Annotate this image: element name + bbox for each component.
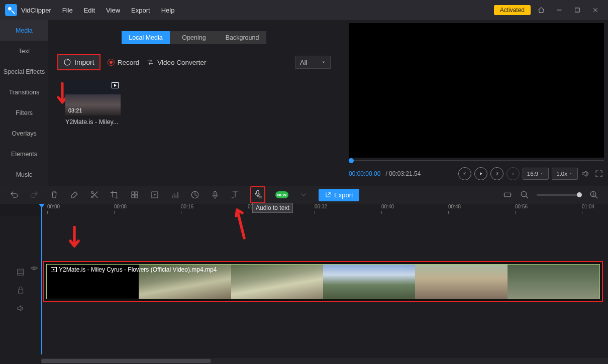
text-to-speech-icon[interactable] (230, 190, 240, 200)
timeline-clip[interactable]: Y2Mate.is - Miley Cyrus - Flowers (Offic… (43, 261, 603, 302)
sidebar-item-overlays[interactable]: Overlays (0, 123, 48, 144)
zoom-out-icon[interactable] (520, 190, 530, 200)
crop-icon[interactable] (110, 190, 120, 200)
chevron-down-icon (569, 172, 573, 176)
menu-help[interactable]: Help (156, 5, 180, 16)
aspect-ratio-select[interactable]: 16:9 (523, 168, 549, 180)
svg-rect-6 (135, 192, 138, 194)
app-name: VidClipper (21, 7, 51, 14)
menu-edit[interactable]: Edit (79, 5, 100, 16)
converter-label: Video Converter (157, 59, 206, 66)
fullscreen-icon[interactable] (594, 169, 604, 179)
new-badge: NEW (275, 191, 288, 198)
preview-panel: 00:00:00.00 / 00:03:21.54 16:9 1.0x (340, 20, 608, 186)
clip-frame (508, 265, 599, 299)
sidebar-item-media[interactable]: Media (0, 20, 48, 41)
playhead[interactable] (41, 204, 42, 354)
undo-icon[interactable] (9, 190, 19, 200)
record-button[interactable]: Record (108, 59, 140, 66)
clip-duration: 03:21 (68, 107, 82, 113)
fit-zoom-icon[interactable] (502, 190, 513, 200)
speed-icon[interactable] (190, 190, 200, 200)
timeline-toolbar: NEW Export Audio to text (0, 186, 608, 204)
sidebar-item-transitions[interactable]: Transitions (0, 82, 48, 102)
play-button[interactable] (474, 167, 487, 180)
speaker-icon[interactable] (16, 304, 25, 313)
export-label: Export (334, 191, 353, 199)
stop-button[interactable] (506, 167, 520, 180)
import-button[interactable]: Import (57, 54, 100, 70)
annotation-arrow-3-icon (234, 206, 246, 243)
mic-icon[interactable] (210, 190, 220, 200)
export-button[interactable]: Export (319, 189, 359, 201)
chevron-down-icon (321, 60, 326, 65)
sidebar-item-elements[interactable]: Elements (0, 144, 48, 164)
total-time: 00:03:21.54 (389, 170, 421, 177)
tab-local-media[interactable]: Local Media (122, 31, 170, 44)
import-label: Import (74, 58, 94, 66)
prev-frame-button[interactable] (458, 167, 471, 180)
menu-export[interactable]: Export (126, 5, 155, 16)
freeze-frame-icon[interactable] (150, 190, 160, 200)
ruler-tick: 00:56 (515, 204, 528, 209)
tooltip-audio-to-text: Audio to text (252, 203, 293, 213)
minimize-icon[interactable] (552, 3, 567, 18)
preview-controls: 00:00:00.00 / 00:03:21.54 16:9 1.0x (349, 164, 604, 184)
zoom-slider[interactable] (537, 194, 582, 196)
svg-rect-13 (504, 193, 511, 197)
ruler-tick: 00:32 (315, 204, 327, 209)
audio-to-text-button[interactable] (250, 186, 265, 203)
filter-select[interactable]: All (295, 56, 331, 69)
menu-view[interactable]: View (101, 5, 125, 16)
film-icon[interactable] (16, 268, 25, 277)
scrollbar-thumb[interactable] (41, 359, 211, 363)
export-icon (325, 191, 332, 198)
horizontal-scrollbar[interactable] (41, 358, 608, 364)
zoom-slider-handle[interactable] (577, 192, 582, 197)
tracks-area[interactable]: Y2Mate.is - Miley Cyrus - Flowers (Offic… (41, 216, 608, 364)
ruler-tick: 00:08 (114, 204, 127, 209)
sidebar-item-music[interactable]: Music (0, 164, 48, 185)
tab-opening[interactable]: Opening (170, 31, 218, 44)
filter-value: All (300, 59, 307, 66)
maximize-icon[interactable] (570, 3, 585, 18)
clip-frame (415, 265, 507, 299)
eye-icon[interactable] (30, 264, 38, 272)
menu-file[interactable]: File (57, 5, 78, 16)
delete-icon[interactable] (49, 190, 59, 200)
app-logo-icon (5, 4, 17, 16)
progress-handle-icon[interactable] (349, 158, 354, 163)
progress-bar[interactable] (349, 158, 604, 164)
main-menu: File Edit View Export Help (57, 5, 180, 16)
next-frame-button[interactable] (490, 167, 503, 180)
clip-frame (323, 265, 415, 299)
tab-background[interactable]: Background (218, 31, 266, 44)
volume-icon[interactable] (581, 169, 591, 179)
timeline-ruler[interactable]: 00:00 00:08 00:16 00:24 00:32 00:40 00:4… (41, 204, 608, 216)
ruler-tick: 00:16 (181, 204, 193, 209)
edit-icon[interactable] (69, 190, 79, 200)
chevron-down-icon[interactable] (298, 190, 309, 200)
timeline: Y2Mate.is - Miley Cyrus - Flowers (Offic… (0, 216, 608, 364)
media-clip-thumbnail[interactable]: 03:21 Y2Mate.is - Miley... (65, 80, 121, 126)
speed-select[interactable]: 1.0x (552, 168, 578, 180)
levels-icon[interactable] (170, 190, 180, 200)
close-icon[interactable] (588, 3, 603, 18)
video-badge-icon (51, 267, 57, 272)
import-icon (63, 58, 71, 66)
lock-icon[interactable] (16, 286, 25, 295)
split-icon[interactable] (89, 190, 99, 200)
sidebar-item-filters[interactable]: Filters (0, 102, 48, 123)
sidebar-item-text[interactable]: Text (0, 41, 48, 61)
zoom-in-icon[interactable] (589, 190, 599, 200)
mosaic-icon[interactable] (130, 190, 140, 200)
activated-badge: Activated (494, 5, 531, 15)
home-icon[interactable] (534, 3, 549, 18)
media-panel: Local Media Opening Background Import Re… (48, 20, 340, 186)
redo-icon[interactable] (29, 190, 39, 200)
video-converter-button[interactable]: Video Converter (146, 58, 206, 66)
current-time: 00:00:00.00 (349, 170, 380, 177)
clip-name: Y2Mate.is - Miley... (65, 118, 121, 126)
sidebar-item-special-effects[interactable]: Special Effects (0, 61, 48, 82)
video-preview[interactable] (349, 23, 604, 158)
